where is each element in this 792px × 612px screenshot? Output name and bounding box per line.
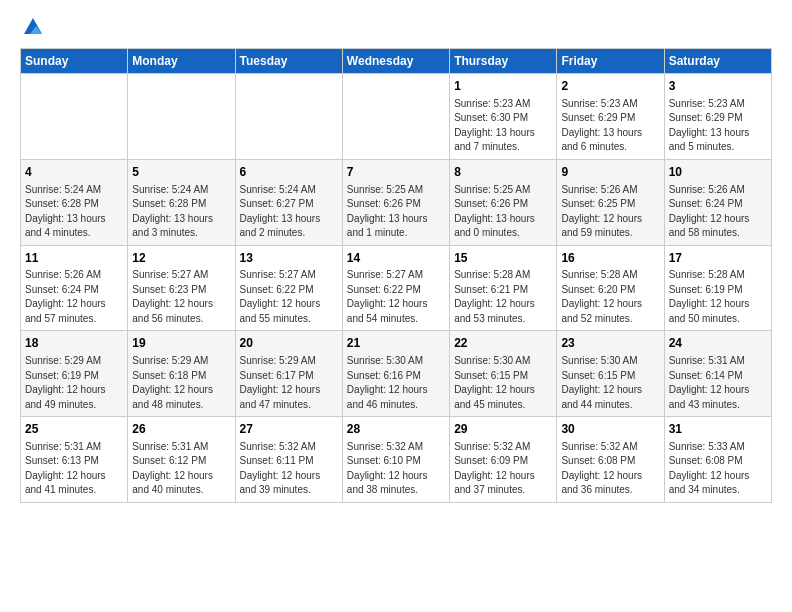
day-info: Sunrise: 5:23 AM Sunset: 6:29 PM Dayligh… [561, 97, 659, 155]
table-row: 26Sunrise: 5:31 AM Sunset: 6:12 PM Dayli… [128, 417, 235, 503]
day-number: 17 [669, 250, 767, 267]
day-number: 3 [669, 78, 767, 95]
day-info: Sunrise: 5:26 AM Sunset: 6:25 PM Dayligh… [561, 183, 659, 241]
day-number: 12 [132, 250, 230, 267]
table-row: 1Sunrise: 5:23 AM Sunset: 6:30 PM Daylig… [450, 74, 557, 160]
col-tuesday: Tuesday [235, 49, 342, 74]
day-info: Sunrise: 5:27 AM Sunset: 6:22 PM Dayligh… [240, 268, 338, 326]
day-info: Sunrise: 5:28 AM Sunset: 6:21 PM Dayligh… [454, 268, 552, 326]
table-row: 23Sunrise: 5:30 AM Sunset: 6:15 PM Dayli… [557, 331, 664, 417]
table-row: 24Sunrise: 5:31 AM Sunset: 6:14 PM Dayli… [664, 331, 771, 417]
day-number: 18 [25, 335, 123, 352]
day-number: 30 [561, 421, 659, 438]
table-row: 9Sunrise: 5:26 AM Sunset: 6:25 PM Daylig… [557, 159, 664, 245]
day-number: 20 [240, 335, 338, 352]
col-thursday: Thursday [450, 49, 557, 74]
day-info: Sunrise: 5:30 AM Sunset: 6:16 PM Dayligh… [347, 354, 445, 412]
header [20, 16, 772, 38]
day-number: 10 [669, 164, 767, 181]
table-row: 22Sunrise: 5:30 AM Sunset: 6:15 PM Dayli… [450, 331, 557, 417]
day-number: 14 [347, 250, 445, 267]
table-row: 7Sunrise: 5:25 AM Sunset: 6:26 PM Daylig… [342, 159, 449, 245]
table-row: 31Sunrise: 5:33 AM Sunset: 6:08 PM Dayli… [664, 417, 771, 503]
table-row: 11Sunrise: 5:26 AM Sunset: 6:24 PM Dayli… [21, 245, 128, 331]
calendar-week-row: 4Sunrise: 5:24 AM Sunset: 6:28 PM Daylig… [21, 159, 772, 245]
table-row [235, 74, 342, 160]
calendar-week-row: 25Sunrise: 5:31 AM Sunset: 6:13 PM Dayli… [21, 417, 772, 503]
day-info: Sunrise: 5:30 AM Sunset: 6:15 PM Dayligh… [454, 354, 552, 412]
table-row: 21Sunrise: 5:30 AM Sunset: 6:16 PM Dayli… [342, 331, 449, 417]
day-info: Sunrise: 5:25 AM Sunset: 6:26 PM Dayligh… [454, 183, 552, 241]
day-number: 15 [454, 250, 552, 267]
day-info: Sunrise: 5:29 AM Sunset: 6:19 PM Dayligh… [25, 354, 123, 412]
calendar-header-row: Sunday Monday Tuesday Wednesday Thursday… [21, 49, 772, 74]
col-friday: Friday [557, 49, 664, 74]
calendar-week-row: 11Sunrise: 5:26 AM Sunset: 6:24 PM Dayli… [21, 245, 772, 331]
day-info: Sunrise: 5:23 AM Sunset: 6:29 PM Dayligh… [669, 97, 767, 155]
day-info: Sunrise: 5:28 AM Sunset: 6:19 PM Dayligh… [669, 268, 767, 326]
day-info: Sunrise: 5:31 AM Sunset: 6:14 PM Dayligh… [669, 354, 767, 412]
day-number: 1 [454, 78, 552, 95]
day-number: 22 [454, 335, 552, 352]
table-row: 10Sunrise: 5:26 AM Sunset: 6:24 PM Dayli… [664, 159, 771, 245]
day-number: 28 [347, 421, 445, 438]
col-monday: Monday [128, 49, 235, 74]
calendar-table: Sunday Monday Tuesday Wednesday Thursday… [20, 48, 772, 503]
table-row: 16Sunrise: 5:28 AM Sunset: 6:20 PM Dayli… [557, 245, 664, 331]
day-info: Sunrise: 5:23 AM Sunset: 6:30 PM Dayligh… [454, 97, 552, 155]
day-info: Sunrise: 5:27 AM Sunset: 6:22 PM Dayligh… [347, 268, 445, 326]
day-number: 21 [347, 335, 445, 352]
day-info: Sunrise: 5:29 AM Sunset: 6:17 PM Dayligh… [240, 354, 338, 412]
day-info: Sunrise: 5:30 AM Sunset: 6:15 PM Dayligh… [561, 354, 659, 412]
table-row: 27Sunrise: 5:32 AM Sunset: 6:11 PM Dayli… [235, 417, 342, 503]
day-number: 19 [132, 335, 230, 352]
day-number: 16 [561, 250, 659, 267]
table-row: 28Sunrise: 5:32 AM Sunset: 6:10 PM Dayli… [342, 417, 449, 503]
day-info: Sunrise: 5:24 AM Sunset: 6:27 PM Dayligh… [240, 183, 338, 241]
day-info: Sunrise: 5:28 AM Sunset: 6:20 PM Dayligh… [561, 268, 659, 326]
day-number: 29 [454, 421, 552, 438]
table-row: 18Sunrise: 5:29 AM Sunset: 6:19 PM Dayli… [21, 331, 128, 417]
day-number: 6 [240, 164, 338, 181]
page: Sunday Monday Tuesday Wednesday Thursday… [0, 0, 792, 513]
col-wednesday: Wednesday [342, 49, 449, 74]
day-number: 31 [669, 421, 767, 438]
table-row: 17Sunrise: 5:28 AM Sunset: 6:19 PM Dayli… [664, 245, 771, 331]
day-number: 5 [132, 164, 230, 181]
table-row [342, 74, 449, 160]
day-info: Sunrise: 5:26 AM Sunset: 6:24 PM Dayligh… [25, 268, 123, 326]
logo [20, 16, 48, 38]
day-number: 24 [669, 335, 767, 352]
day-number: 26 [132, 421, 230, 438]
table-row: 13Sunrise: 5:27 AM Sunset: 6:22 PM Dayli… [235, 245, 342, 331]
day-info: Sunrise: 5:26 AM Sunset: 6:24 PM Dayligh… [669, 183, 767, 241]
table-row: 2Sunrise: 5:23 AM Sunset: 6:29 PM Daylig… [557, 74, 664, 160]
day-info: Sunrise: 5:31 AM Sunset: 6:13 PM Dayligh… [25, 440, 123, 498]
table-row: 19Sunrise: 5:29 AM Sunset: 6:18 PM Dayli… [128, 331, 235, 417]
day-info: Sunrise: 5:32 AM Sunset: 6:11 PM Dayligh… [240, 440, 338, 498]
day-number: 4 [25, 164, 123, 181]
col-saturday: Saturday [664, 49, 771, 74]
table-row: 25Sunrise: 5:31 AM Sunset: 6:13 PM Dayli… [21, 417, 128, 503]
day-info: Sunrise: 5:25 AM Sunset: 6:26 PM Dayligh… [347, 183, 445, 241]
day-number: 27 [240, 421, 338, 438]
calendar-week-row: 18Sunrise: 5:29 AM Sunset: 6:19 PM Dayli… [21, 331, 772, 417]
table-row: 6Sunrise: 5:24 AM Sunset: 6:27 PM Daylig… [235, 159, 342, 245]
table-row: 15Sunrise: 5:28 AM Sunset: 6:21 PM Dayli… [450, 245, 557, 331]
table-row: 29Sunrise: 5:32 AM Sunset: 6:09 PM Dayli… [450, 417, 557, 503]
logo-icon [22, 16, 44, 38]
table-row [128, 74, 235, 160]
day-info: Sunrise: 5:29 AM Sunset: 6:18 PM Dayligh… [132, 354, 230, 412]
table-row: 5Sunrise: 5:24 AM Sunset: 6:28 PM Daylig… [128, 159, 235, 245]
day-info: Sunrise: 5:32 AM Sunset: 6:09 PM Dayligh… [454, 440, 552, 498]
table-row: 14Sunrise: 5:27 AM Sunset: 6:22 PM Dayli… [342, 245, 449, 331]
day-number: 23 [561, 335, 659, 352]
day-info: Sunrise: 5:32 AM Sunset: 6:08 PM Dayligh… [561, 440, 659, 498]
table-row: 3Sunrise: 5:23 AM Sunset: 6:29 PM Daylig… [664, 74, 771, 160]
table-row: 4Sunrise: 5:24 AM Sunset: 6:28 PM Daylig… [21, 159, 128, 245]
day-number: 2 [561, 78, 659, 95]
day-info: Sunrise: 5:32 AM Sunset: 6:10 PM Dayligh… [347, 440, 445, 498]
table-row: 12Sunrise: 5:27 AM Sunset: 6:23 PM Dayli… [128, 245, 235, 331]
day-info: Sunrise: 5:24 AM Sunset: 6:28 PM Dayligh… [132, 183, 230, 241]
day-info: Sunrise: 5:31 AM Sunset: 6:12 PM Dayligh… [132, 440, 230, 498]
